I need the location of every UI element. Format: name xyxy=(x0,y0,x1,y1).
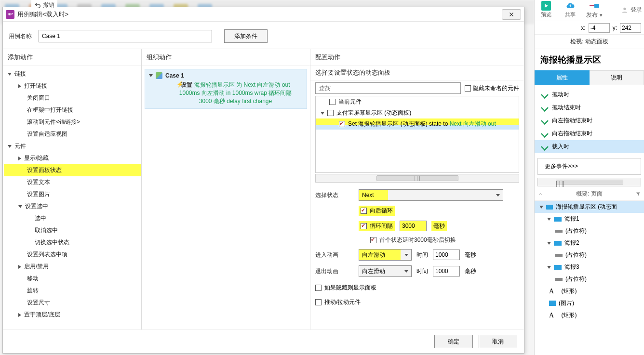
svg-marker-0 xyxy=(545,4,548,8)
bolt-icon xyxy=(541,91,549,99)
organize-actions-column: 组织动作 Case 1 ⚡ 设置 海报轮播显示区 为 Next 向左滑动 out… xyxy=(142,49,310,329)
dialog-titlebar: RP 用例编辑<载入时> xyxy=(3,7,524,22)
panel-item-alipay[interactable]: 支付宝屏幕显示区 (动态面板) xyxy=(316,107,519,118)
event-on-load[interactable]: 载入时 xyxy=(535,140,644,153)
loop-interval-input[interactable] xyxy=(400,221,427,231)
outline-poster2[interactable]: 海报2 xyxy=(535,237,644,249)
outline-rect1[interactable]: A (矩形) xyxy=(535,285,644,297)
event-on-swipe-left-end[interactable]: 向左拖动结束时 xyxy=(535,114,644,127)
animate-out-label: 退出动画 xyxy=(315,267,359,276)
x-label: x: xyxy=(581,25,585,31)
tree-item-set-size[interactable]: 设置尺寸 xyxy=(4,297,141,309)
right-rail: 预览 共享 发布 ▾ 登录 x: y: 检视: 动态面板 海报轮播显示区 属性 … xyxy=(534,0,644,355)
tree-item-show-hide[interactable]: 显示/隐藏 xyxy=(4,152,141,164)
more-events-button[interactable]: 更多事件>>> xyxy=(537,158,641,175)
outline-placeholder1[interactable]: (占位符) xyxy=(535,225,644,237)
push-pull-checkbox[interactable]: 推动/拉动元件 xyxy=(315,298,361,306)
tree-item-set-text[interactable]: 设置文本 xyxy=(4,176,141,188)
close-icon xyxy=(508,11,515,18)
tree-item-open-in-iframe[interactable]: 在框架中打开链接 xyxy=(4,104,141,116)
preview-button[interactable]: 预览 xyxy=(537,1,556,18)
tree-item-set-selected[interactable]: 设置选中 xyxy=(4,200,141,212)
outline-placeholder3[interactable]: (占位符) xyxy=(535,273,644,285)
panel-list-hscroll[interactable]: | | | xyxy=(315,174,519,183)
tree-item-set-image[interactable]: 设置图片 xyxy=(4,188,141,200)
outline-placeholder2[interactable]: (占位符) xyxy=(535,249,644,261)
tree-group-link[interactable]: 链接 xyxy=(4,68,141,80)
outline-header: 概要: 页面 xyxy=(535,187,644,201)
y-input[interactable] xyxy=(620,23,641,33)
tree-item-move[interactable]: 移动 xyxy=(4,273,141,285)
widget-title: 海报轮播显示区 xyxy=(535,49,644,70)
animate-in-dropdown[interactable]: 向左滑动 xyxy=(359,249,412,261)
wrap-checkbox[interactable]: 向后循环 xyxy=(359,206,395,216)
animate-out-dropdown[interactable]: 向左滑动 xyxy=(359,265,412,277)
outline-poster3[interactable]: 海报3 xyxy=(535,261,644,273)
tree-item-scroll-to-widget[interactable]: 滚动到元件<锚链接> xyxy=(4,116,141,128)
panel-item-poster-rotation[interactable]: Set 海报轮播显示区 (动态面板) state to Next 向左滑动 ou… xyxy=(316,118,519,130)
filter-icon[interactable] xyxy=(635,191,641,197)
dynamic-panel-list[interactable]: 当前元件 支付宝屏幕显示区 (动态面板) Set 海报轮播显示区 (动态面板) … xyxy=(315,96,519,173)
dialog-title: 用例编辑<载入时> xyxy=(17,10,502,19)
outline-root[interactable]: 海报轮播显示区 (动态面 xyxy=(535,201,644,213)
case-editor-dialog: RP 用例编辑<载入时> 用例名称 添加条件 添加动作 链接 打开链接 关闭窗口… xyxy=(2,7,524,354)
y-label: y: xyxy=(613,25,617,31)
x-input[interactable] xyxy=(589,23,610,33)
cloud-upload-icon xyxy=(566,1,575,10)
animate-in-time-input[interactable] xyxy=(433,250,460,260)
tree-item-set-adaptive-view[interactable]: 设置自适应视图 xyxy=(4,128,141,140)
collapse-icon[interactable] xyxy=(537,191,543,197)
tab-properties[interactable]: 属性 xyxy=(535,70,590,85)
event-on-drag-end[interactable]: 拖动结束时 xyxy=(535,101,644,114)
dynamic-panel-icon xyxy=(546,205,553,210)
hide-unnamed-checkbox[interactable]: 隐藏未命名的元件 xyxy=(465,84,519,92)
loop-interval-checkbox[interactable]: 循环间隔 xyxy=(359,221,395,231)
tree-item-close-window[interactable]: 关闭窗口 xyxy=(4,92,141,104)
share-button[interactable]: 共享 xyxy=(561,1,580,18)
outline-rect2[interactable]: A (矩形) xyxy=(535,309,644,321)
tree-item-open-link[interactable]: 打开链接 xyxy=(4,80,141,92)
select-state-dropdown[interactable]: Next xyxy=(359,189,503,201)
search-input[interactable] xyxy=(315,82,461,94)
configure-header: 配置动作 xyxy=(310,49,524,66)
tree-item-unselected[interactable]: 取消选中 xyxy=(4,224,141,237)
undo-label: 撤销 xyxy=(43,1,54,9)
event-on-drag[interactable]: 拖动时 xyxy=(535,88,644,101)
ok-button[interactable]: 确定 xyxy=(434,335,473,348)
action-line[interactable]: ⚡ 设置 海报轮播显示区 为 Next 向左滑动 out 1000ms 向左滑动… xyxy=(145,80,307,106)
tree-item-set-list-selected[interactable]: 设置列表选中项 xyxy=(4,249,141,261)
cancel-button[interactable]: 取消 xyxy=(479,335,517,348)
chevron-down-icon xyxy=(496,194,500,197)
tree-item-rotate[interactable]: 旋转 xyxy=(4,285,141,297)
user-icon xyxy=(621,6,629,14)
login-button[interactable]: 登录 xyxy=(621,1,642,14)
case-name-input[interactable] xyxy=(39,30,212,42)
event-on-swipe-right-end[interactable]: 向右拖动结束时 xyxy=(535,127,644,140)
panel-item-current[interactable]: 当前元件 xyxy=(316,96,519,107)
case-block[interactable]: Case 1 ⚡ 设置 海报轮播显示区 为 Next 向左滑动 out 1000… xyxy=(145,69,307,109)
delay-first-checkbox[interactable]: 首个状态延时3000毫秒后切换 xyxy=(370,236,456,244)
publish-button[interactable]: 发布 ▾ xyxy=(585,1,604,19)
tree-item-bring-front-back[interactable]: 置于顶层/底层 xyxy=(4,309,141,321)
tree-item-selected[interactable]: 选中 xyxy=(4,212,141,224)
tree-item-set-panel-state[interactable]: 设置面板状态 xyxy=(4,164,141,176)
tab-notes[interactable]: 说明 xyxy=(590,70,644,85)
tree-group-widget[interactable]: 元件 xyxy=(4,140,141,152)
undo-icon xyxy=(34,2,41,9)
outline-image[interactable]: (图片) xyxy=(535,297,644,309)
events-hscroll[interactable]: | | | xyxy=(537,178,641,186)
animate-in-label: 进入动画 xyxy=(315,251,359,259)
chevron-down-icon xyxy=(404,254,408,256)
select-panel-label: 选择要设置状态的动态面板 xyxy=(310,66,524,80)
bolt-icon: ⚡ xyxy=(176,81,184,88)
configure-action-column: 配置动作 选择要设置状态的动态面板 隐藏未命名的元件 当前元件 支付宝屏幕显示区 xyxy=(310,49,524,329)
undo-toolbar-item[interactable]: 撤销 xyxy=(31,0,57,10)
tree-item-enable-disable[interactable]: 启用/禁用 xyxy=(4,261,141,273)
outline-poster1[interactable]: 海报1 xyxy=(535,213,644,225)
show-if-hidden-checkbox[interactable]: 如果隐藏则显示面板 xyxy=(315,284,376,292)
add-condition-button[interactable]: 添加条件 xyxy=(224,29,268,43)
tree-item-toggle-selected[interactable]: 切换选中状态 xyxy=(4,237,141,249)
close-button[interactable] xyxy=(502,9,521,20)
case-label: Case 1 xyxy=(165,72,184,79)
animate-out-time-input[interactable] xyxy=(433,266,460,276)
